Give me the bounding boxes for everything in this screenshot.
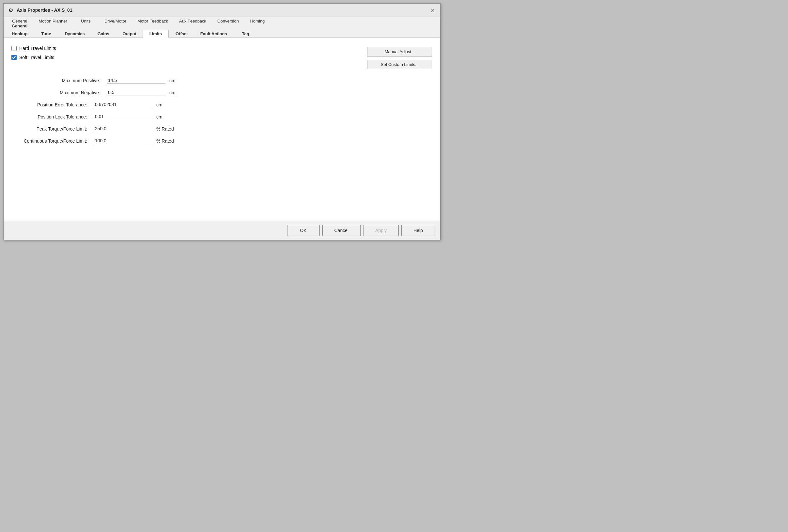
hard-travel-limits-label[interactable]: Hard Travel Limits <box>19 46 56 51</box>
set-custom-limits-button[interactable]: Set Custom Limits... <box>367 60 432 69</box>
tab-fault-actions[interactable]: Fault Actions <box>195 30 233 38</box>
position-lock-tolerance-unit: cm <box>156 114 182 119</box>
tab-homing[interactable]: Homing <box>244 17 271 30</box>
hard-travel-limits-checkbox[interactable] <box>12 46 17 51</box>
tab-motor-feedback[interactable]: Motor Feedback <box>132 17 174 30</box>
controls-top: Hard Travel Limits Soft Travel Limits Ma… <box>12 46 432 69</box>
max-positive-row: Maximum Positive: cm <box>12 77 432 84</box>
tab-row-1: General General Motion Planner Units Dri… <box>6 17 437 30</box>
position-lock-tolerance-row: Position Lock Tolerance: cm <box>12 113 432 120</box>
peak-torque-force-limit-input[interactable] <box>94 125 152 132</box>
manual-adjust-button[interactable]: Manual Adjust... <box>367 47 432 57</box>
position-lock-tolerance-label: Position Lock Tolerance: <box>12 114 90 119</box>
footer: OK Cancel Apply Help <box>4 221 440 240</box>
apply-button[interactable]: Apply <box>363 225 399 236</box>
window-icon: ⚙ <box>7 7 14 13</box>
tab-limits[interactable]: Limits <box>143 30 169 38</box>
checkboxes-section: Hard Travel Limits Soft Travel Limits <box>12 46 56 60</box>
title-bar: ⚙ Axis Properties - AXIS_01 ✕ <box>4 4 440 17</box>
tab-units[interactable]: Units <box>73 17 99 30</box>
tab-hookup[interactable]: Hookup <box>6 30 33 38</box>
soft-travel-limits-label[interactable]: Soft Travel Limits <box>19 55 54 60</box>
help-button[interactable]: Help <box>401 225 435 236</box>
tab-gains[interactable]: Gains <box>91 30 117 38</box>
soft-travel-limits-row: Soft Travel Limits <box>12 55 56 60</box>
tab-general[interactable]: General General <box>6 17 33 30</box>
tab-output[interactable]: Output <box>117 30 143 38</box>
tab-bar: General General Motion Planner Units Dri… <box>4 17 440 38</box>
tab-motion-planner[interactable]: Motion Planner <box>33 17 73 30</box>
max-positive-label: Maximum Positive: <box>12 78 103 83</box>
buttons-section: Manual Adjust... Set Custom Limits... <box>367 47 432 69</box>
tab-offset[interactable]: Offset <box>169 30 195 38</box>
peak-torque-force-limit-row: Peak Torque/Force Limit: % Rated <box>12 125 432 132</box>
position-lock-tolerance-input[interactable] <box>94 113 152 120</box>
continuous-torque-force-limit-label: Continuous Torque/Force Limit: <box>12 138 90 144</box>
tab-conversion[interactable]: Conversion <box>212 17 244 30</box>
fields-section: Maximum Positive: cm Maximum Negative: c… <box>12 77 432 144</box>
cancel-button[interactable]: Cancel <box>322 225 361 236</box>
max-positive-input[interactable] <box>107 77 165 84</box>
close-button[interactable]: ✕ <box>429 6 436 14</box>
position-error-tolerance-input[interactable] <box>94 101 152 108</box>
tab-dynamics[interactable]: Dynamics <box>59 30 90 38</box>
continuous-torque-force-limit-unit: % Rated <box>156 138 182 144</box>
max-negative-label: Maximum Negative: <box>12 90 103 95</box>
continuous-torque-force-limit-input[interactable] <box>94 137 152 144</box>
tab-tune[interactable]: Tune <box>33 30 59 38</box>
hard-travel-limits-row: Hard Travel Limits <box>12 46 56 51</box>
position-error-tolerance-label: Position Error Tolerance: <box>12 102 90 107</box>
position-error-tolerance-unit: cm <box>156 102 182 107</box>
axis-properties-window: ⚙ Axis Properties - AXIS_01 ✕ General Ge… <box>3 3 440 240</box>
peak-torque-force-limit-label: Peak Torque/Force Limit: <box>12 126 90 132</box>
max-negative-row: Maximum Negative: cm <box>12 89 432 96</box>
tab-row-2: Hookup Tune Dynamics Gains Output Limits… <box>6 30 437 38</box>
tab-aux-feedback[interactable]: Aux Feedback <box>174 17 212 30</box>
soft-travel-limits-checkbox[interactable] <box>12 55 17 60</box>
main-content: Hard Travel Limits Soft Travel Limits Ma… <box>4 38 440 221</box>
peak-torque-force-limit-unit: % Rated <box>156 126 182 132</box>
ok-button[interactable]: OK <box>287 225 320 236</box>
max-negative-input[interactable] <box>107 89 165 96</box>
max-negative-unit: cm <box>169 90 195 95</box>
tab-tag[interactable]: Tag <box>233 30 259 38</box>
position-error-tolerance-row: Position Error Tolerance: cm <box>12 101 432 108</box>
window-title: Axis Properties - AXIS_01 <box>17 7 73 13</box>
title-bar-left: ⚙ Axis Properties - AXIS_01 <box>7 7 73 13</box>
continuous-torque-force-limit-row: Continuous Torque/Force Limit: % Rated <box>12 137 432 144</box>
max-positive-unit: cm <box>169 78 195 83</box>
tab-drive-motor[interactable]: Drive/Motor <box>99 17 132 30</box>
